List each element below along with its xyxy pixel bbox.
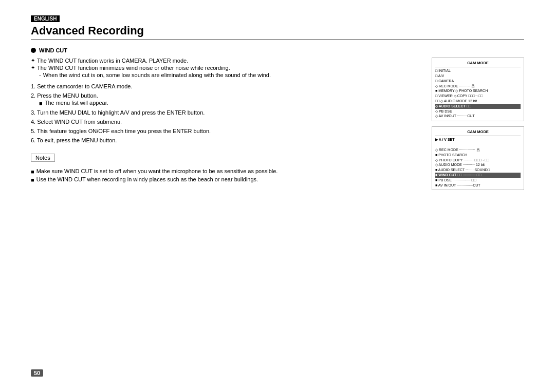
step-6-text: To exit, press the MENU button. <box>37 137 117 143</box>
step-5-text: This feature toggles ON/OFF each time yo… <box>37 128 211 134</box>
cam-line-2-5: ◇ PHOTO COPY ·········· □□□→□□ <box>435 158 521 163</box>
note-square-1: ■ <box>31 169 34 175</box>
intro-item-2: ✦ The WIND CUT function minimizes wind n… <box>31 65 421 71</box>
note-square-2: ■ <box>31 177 34 183</box>
step-3-text: Turn the MENU DIAL to highlight A/V and … <box>37 109 205 116</box>
bullet-icon <box>31 48 36 53</box>
cam-line-2-8: ■ WIND CUT □□ ············· □□ <box>435 173 521 178</box>
page-title: Advanced Recording <box>31 24 524 40</box>
step-3: 3. Turn the MENU DIAL to highlight A/V a… <box>31 109 421 116</box>
cam-line-1-5: ■ MEMORY ◇ PHOTO SEARCH <box>435 88 521 94</box>
step-2-sub: ■ The menu list will appear. <box>39 100 421 106</box>
cam-line-2-9: ■ PB DSE ·················· □□ <box>435 178 521 183</box>
cam-line-2-3: ◇ REC MODE ················ 吕 <box>435 147 521 153</box>
cam-line-2-2 <box>435 142 521 147</box>
cam-line-1-4: ◇ REC MODE ··········· 吕 <box>435 84 521 89</box>
right-content: CAM MODE □ INITIAL □ A/V □ CAMERA ◇ REC … <box>432 58 524 195</box>
step-1-number: 1. <box>31 83 35 89</box>
section-label: WIND CUT <box>39 47 67 53</box>
notes-section: ■ Make sure WIND CUT is set to off when … <box>31 168 421 183</box>
sub-note-text: When the wind cut is on, some low sounds… <box>43 72 271 78</box>
steps-list: 1. Set the camcorder to CAMERA mode. 2. … <box>31 83 421 143</box>
cam-line-1-9: ◇ PB DSE <box>435 109 521 114</box>
page-number: 50 <box>31 369 43 377</box>
step-4-number: 4. <box>31 119 35 125</box>
step-1: 1. Set the camcorder to CAMERA mode. <box>31 83 421 89</box>
note-text-2: Use the WIND CUT when recording in windy… <box>36 176 258 182</box>
cam-line-1-1: □ INITIAL <box>435 68 521 73</box>
step-1-text: Set the camcorder to CAMERA mode. <box>37 83 132 89</box>
step-6-number: 6. <box>31 137 35 143</box>
cam-line-1-6: □ VIEWER ◇ COPY □□□→□□ <box>435 94 521 99</box>
cam-line-2-1: ▶ A / V SET <box>435 137 521 142</box>
cam-mode-title-1: CAM MODE <box>435 60 521 67</box>
note-1: ■ Make sure WIND CUT is set to off when … <box>31 168 421 175</box>
intro-item-1: ✦ The WIND CUT function works in CAMERA.… <box>31 58 421 64</box>
step-6: 6. To exit, press the MENU button. <box>31 137 421 143</box>
cam-mode-box-2: CAM MODE ▶ A / V SET ◇ REC MODE ········… <box>432 126 524 190</box>
step-3-number: 3. <box>31 109 35 116</box>
cam-line-1-8: ◇ AUDIO SELECT □□ <box>435 104 521 109</box>
step-2-sub-text: The menu list will appear. <box>45 100 108 106</box>
step-2: 2. Press the MENU button. ■ The menu lis… <box>31 92 421 106</box>
notes-box: Notes <box>31 154 55 162</box>
step-2-text: Press the MENU button. <box>37 92 98 99</box>
left-content: ✦ The WIND CUT function works in CAMERA.… <box>31 58 421 195</box>
section-header: WIND CUT <box>31 47 524 53</box>
step-4: 4. Select WIND CUT from submenu. <box>31 119 421 125</box>
intro-text-2: The WIND CUT function minimizes wind noi… <box>37 65 230 71</box>
note-2: ■ Use the WIND CUT when recording in win… <box>31 176 421 183</box>
cam-line-2-4: ■ PHOTO SEARCH <box>435 153 521 158</box>
step-4-text: Select WIND CUT from submenu. <box>37 119 122 125</box>
english-badge: ENGLISH <box>31 15 524 24</box>
step-5-number: 5. <box>31 128 35 134</box>
sub-item: - When the wind cut is on, some low soun… <box>39 72 421 78</box>
intro-text-1: The WIND CUT function works in CAMERA. P… <box>37 58 188 64</box>
square-icon: ■ <box>39 100 43 106</box>
cam-line-1-7: □□ ◇ AUDIO MODE 12 bit <box>435 99 521 104</box>
cam-line-2-10: ■ AV IN/OUT ················CUT <box>435 183 521 188</box>
cam-mode-box-1: CAM MODE □ INITIAL □ A/V □ CAMERA ◇ REC … <box>432 58 524 121</box>
dash-icon: - <box>39 72 41 78</box>
cam-line-1-2: □ A/V <box>435 73 521 79</box>
cam-line-1-3: □ CAMERA <box>435 79 521 84</box>
intro-list: ✦ The WIND CUT function works in CAMERA.… <box>31 58 421 78</box>
cam-line-2-7: ■ AUDIO SELECT ·········SOUND□ <box>435 167 521 173</box>
content-area: ✦ The WIND CUT function works in CAMERA.… <box>31 58 524 195</box>
notes-label: Notes <box>35 155 50 161</box>
cam-line-2-6: ◇ AUDIO MODE ············ 12 bit <box>435 162 521 167</box>
cross-icon-1: ✦ <box>31 58 35 63</box>
cross-icon-2: ✦ <box>31 65 35 70</box>
step-5: 5. This feature toggles ON/OFF each time… <box>31 128 421 134</box>
cam-line-1-10: ◇ AV IN/OUT ··········CUT <box>435 114 521 119</box>
step-2-number: 2. <box>31 92 35 99</box>
cam-mode-title-2: CAM MODE <box>435 129 521 136</box>
note-text-1: Make sure WIND CUT is set to off when yo… <box>36 168 278 174</box>
